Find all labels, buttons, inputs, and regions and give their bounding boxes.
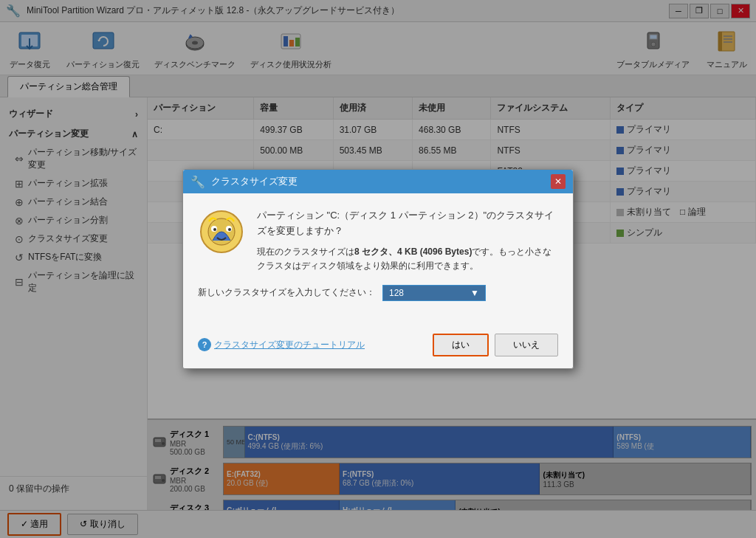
cluster-size-dialog: 🔧 クラスタサイズ変更 ✕	[182, 169, 574, 369]
modal-footer: ? クラスタサイズ変更のチュートリアル はい いいえ	[183, 328, 573, 368]
modal-title-left: 🔧 クラスタサイズ変更	[190, 175, 298, 189]
modal-titlebar: 🔧 クラスタサイズ変更 ✕	[183, 170, 573, 193]
modal-wizard-icon	[198, 208, 245, 255]
yes-button[interactable]: はい	[433, 334, 489, 356]
cluster-size-value: 128	[389, 288, 404, 298]
modal-body: パーティション "C:（ディスク 1 パーティション 2）"のクラスタサイズを変…	[183, 193, 573, 328]
modal-help-link[interactable]: ? クラスタサイズ変更のチュートリアル	[198, 338, 365, 351]
modal-title-text: クラスタサイズ変更	[211, 175, 298, 188]
modal-top: パーティション "C:（ディスク 1 パーティション 2）"のクラスタサイズを変…	[198, 208, 558, 273]
modal-overlay: 🔧 クラスタサイズ変更 ✕	[0, 0, 756, 538]
dropdown-chevron-icon: ▼	[470, 288, 479, 298]
no-button[interactable]: いいえ	[495, 334, 558, 356]
tutorial-link[interactable]: クラスタサイズ変更のチュートリアル	[214, 339, 365, 351]
svg-point-34	[228, 228, 231, 231]
modal-close-button[interactable]: ✕	[551, 174, 566, 189]
modal-input-label: 新しいクラスタサイズを入力してください：	[198, 286, 375, 299]
modal-title-icon: 🔧	[190, 175, 205, 189]
modal-input-row: 新しいクラスタサイズを入力してください： 128 ▼	[198, 285, 558, 301]
cluster-size-dropdown[interactable]: 128 ▼	[382, 285, 486, 301]
help-icon: ?	[198, 338, 211, 351]
modal-highlight: 8 セクタ、4 KB (4096 Bytes)	[354, 246, 472, 257]
svg-point-33	[213, 228, 216, 231]
modal-description: パーティション "C:（ディスク 1 パーティション 2）"のクラスタサイズを変…	[257, 208, 558, 273]
modal-buttons: はい いいえ	[433, 334, 558, 356]
